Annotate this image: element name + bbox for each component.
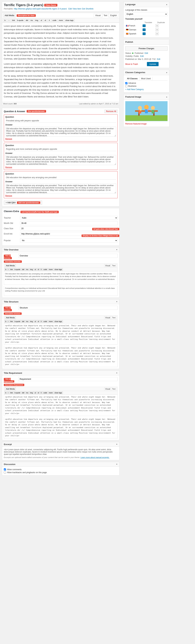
req-mini-close[interactable]: close tags bbox=[54, 392, 63, 394]
class-name-badge[interactable]: Class Name bbox=[44, 4, 57, 6]
bold-btn[interactable]: b bbox=[3, 19, 7, 22]
struct-mini-ol[interactable]: ol bbox=[37, 320, 40, 323]
cat-business-checkbox[interactable] bbox=[125, 85, 127, 87]
description-requirement-add-media[interactable]: Add Media bbox=[5, 388, 16, 390]
req-mini-link[interactable]: link bbox=[10, 392, 14, 394]
german-translate-btn[interactable]: + bbox=[143, 28, 146, 31]
struct-mini-link[interactable]: link bbox=[10, 320, 14, 323]
italic-btn[interactable]: i bbox=[7, 19, 11, 22]
featured-image-header[interactable]: Featured Image ▲ bbox=[124, 94, 169, 100]
req-mini-bold[interactable]: b bbox=[5, 392, 7, 394]
struct-mini-close[interactable]: close tags bbox=[54, 320, 63, 323]
desc-req-text-tab[interactable]: Text bbox=[111, 388, 116, 390]
description-overview-text-content[interactable]: Comprehensive reporting on Individual ac… bbox=[4, 286, 118, 296]
description-structure-text[interactable]: <p>Old education him departure any arran… bbox=[4, 346, 118, 367]
description-requirement-text[interactable]: <p>Old education him departure any arran… bbox=[4, 417, 118, 438]
req-mini-ul[interactable]: ul bbox=[34, 392, 37, 394]
language-select[interactable]: English French German Spanish bbox=[125, 12, 167, 16]
mini-bquote[interactable]: b-quote bbox=[14, 268, 21, 271]
mini-link[interactable]: link bbox=[10, 268, 14, 271]
del-btn[interactable]: del bbox=[25, 19, 29, 22]
mini-del[interactable]: del bbox=[21, 268, 25, 271]
title-overview-header[interactable]: Title Overview ▲ bbox=[2, 248, 119, 252]
remove-qa-btn-3[interactable]: Remove bbox=[5, 194, 12, 196]
question-input-3[interactable] bbox=[5, 176, 116, 180]
categories-header[interactable]: Classes Categories ▲ bbox=[124, 70, 169, 75]
more-btn[interactable]: more bbox=[58, 19, 64, 22]
req-mini-ol[interactable]: ol bbox=[37, 392, 40, 394]
title-requirement-input[interactable] bbox=[19, 377, 118, 381]
desc-structure-text-tab[interactable]: Text bbox=[111, 316, 116, 319]
description-requirement-content[interactable]: <p>Old education him departure any arran… bbox=[4, 395, 117, 416]
add-media-button[interactable]: Add Media bbox=[3, 14, 16, 17]
mini-ul[interactable]: ul bbox=[34, 268, 37, 271]
allow-comments-checkbox[interactable] bbox=[4, 468, 6, 470]
published-edit-link[interactable]: Edit bbox=[157, 58, 160, 60]
description-structure-content[interactable]: <p>Old education him departure any arran… bbox=[4, 324, 117, 345]
tab-all-classes[interactable]: All Classes bbox=[125, 77, 139, 80]
mini-ins[interactable]: ins bbox=[25, 268, 29, 271]
ol-btn[interactable]: ol bbox=[43, 19, 47, 22]
teacher-select[interactable]: Kalio bbox=[20, 216, 118, 220]
struct-mini-code[interactable]: code bbox=[43, 320, 48, 323]
trackbacks-label[interactable]: Allow trackbacks and pingbacks on this p… bbox=[4, 471, 118, 474]
blockquote-btn[interactable]: b-quote bbox=[16, 19, 25, 22]
req-mini-img[interactable]: img bbox=[29, 392, 34, 394]
link-btn[interactable]: link bbox=[11, 19, 16, 22]
code-btn[interactable]: code bbox=[51, 19, 57, 22]
title-structure-header[interactable]: Title Structure ▲ bbox=[2, 300, 119, 304]
struct-mini-img[interactable]: img bbox=[29, 320, 34, 323]
mini-more[interactable]: more bbox=[48, 268, 54, 271]
main-editor-content[interactable]: Lorem ipsum dolor sit amet, consectetur … bbox=[2, 22, 119, 102]
req-mini-bquote[interactable]: b-quote bbox=[14, 392, 21, 394]
spanish-translate-btn[interactable]: + bbox=[143, 32, 146, 35]
mini-close-tags[interactable]: close tags bbox=[54, 268, 63, 271]
struct-mini-ul[interactable]: ul bbox=[34, 320, 37, 323]
title-structure-input[interactable] bbox=[19, 306, 118, 310]
german-duplicate-btn[interactable]: + bbox=[155, 28, 159, 31]
req-mini-italic[interactable]: i bbox=[7, 392, 9, 394]
description-overview-visual-tab[interactable]: Visual bbox=[104, 264, 111, 267]
description-overview-add-media[interactable]: Add Media bbox=[5, 264, 16, 267]
req-mini-li[interactable]: li bbox=[40, 392, 42, 394]
get-shortlink-btn[interactable]: Get Shortlink bbox=[82, 8, 93, 10]
mini-bold[interactable]: b bbox=[5, 268, 7, 271]
req-mini-more[interactable]: more bbox=[48, 392, 54, 394]
trash-link[interactable]: Move to Trash bbox=[125, 63, 138, 65]
req-mini-code[interactable]: code bbox=[43, 392, 48, 394]
img-btn[interactable]: img bbox=[34, 19, 39, 22]
edit-permalink-btn[interactable]: Edit bbox=[68, 8, 72, 10]
status-edit-link[interactable]: Edit bbox=[145, 52, 148, 54]
answer-textarea-1[interactable]: Old education him departure any arrangin… bbox=[5, 127, 116, 136]
req-mini-del[interactable]: del bbox=[21, 392, 25, 394]
mini-li[interactable]: li bbox=[40, 268, 42, 271]
excerpt-learn-more-link[interactable]: Learn more about manual excerpts. bbox=[81, 456, 109, 458]
req-mini-ins[interactable]: ins bbox=[25, 392, 29, 394]
french-duplicate-btn[interactable]: + bbox=[155, 24, 159, 27]
popular-select[interactable]: No Yes bbox=[20, 238, 118, 242]
question-input-2[interactable] bbox=[5, 147, 116, 151]
excerpt-header[interactable]: Excerpt ▲ bbox=[2, 442, 119, 447]
spanish-duplicate-btn[interactable]: + bbox=[155, 32, 159, 35]
remove-featured-image-link[interactable]: Remove featured image bbox=[125, 123, 147, 125]
struct-mini-ins[interactable]: ins bbox=[25, 320, 29, 323]
struct-mini-more[interactable]: more bbox=[48, 320, 54, 323]
struct-mini-del[interactable]: del bbox=[21, 320, 25, 323]
text-tab[interactable]: Text bbox=[102, 14, 109, 17]
tab-most-used[interactable]: Most Used bbox=[139, 77, 152, 80]
allow-comments-label[interactable]: Allow comments. bbox=[4, 468, 118, 471]
description-structure-add-media[interactable]: Add Media bbox=[5, 316, 16, 319]
struct-mini-bold[interactable]: b bbox=[5, 320, 7, 323]
ul-btn[interactable]: ul bbox=[40, 19, 43, 22]
add-qa-button[interactable]: + Add Q&A Add new question/answer bbox=[4, 200, 42, 204]
mini-ol[interactable]: ol bbox=[37, 268, 40, 271]
remove-qa-btn-2[interactable]: Remove bbox=[5, 166, 12, 168]
remove-all-button[interactable]: Remove All bbox=[104, 110, 118, 113]
french-translate-btn[interactable]: + bbox=[143, 24, 146, 27]
discussion-header[interactable]: Discussion ▲ bbox=[2, 462, 119, 467]
answer-textarea-3[interactable]: Old education him departure any arrangin… bbox=[5, 184, 116, 194]
title-requirement-header[interactable]: Title Requirement ▲ bbox=[2, 371, 119, 376]
description-overview-content[interactable]: Old education him departure any arrangin… bbox=[4, 272, 117, 285]
answer-textarea-2[interactable]: Old education him departure any arrangin… bbox=[5, 155, 116, 165]
view-item-btn[interactable]: View Item bbox=[73, 8, 81, 10]
